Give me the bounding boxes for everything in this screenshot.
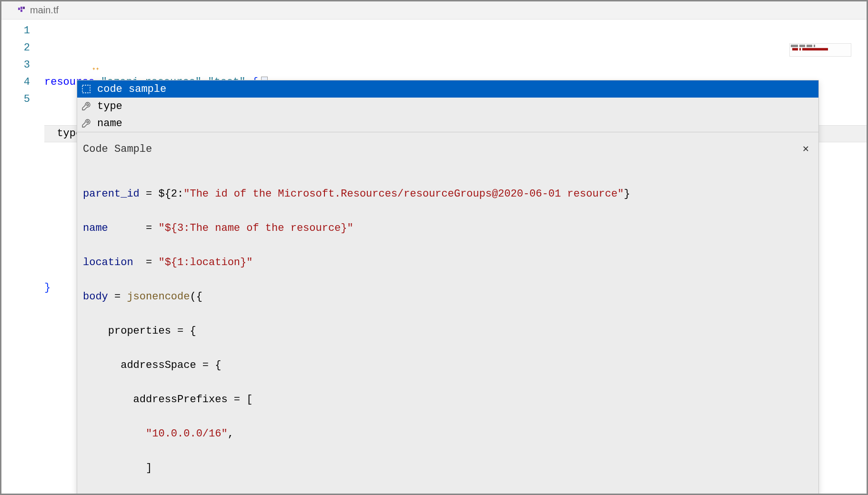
autocomplete-item-type[interactable]: type: [77, 98, 818, 115]
svg-rect-2: [20, 10, 22, 12]
line-number: 2: [1, 40, 30, 57]
doc-header: Code Sample ✕: [83, 140, 813, 159]
snippet-icon: [80, 83, 92, 95]
autocomplete-item-name[interactable]: name: [77, 115, 818, 132]
property-icon: [80, 117, 92, 129]
line-number: 3: [1, 57, 30, 74]
svg-rect-3: [23, 7, 25, 9]
minimap[interactable]: █████ ████ ████ █ ████ █ ███████████████…: [789, 43, 851, 57]
tab-label[interactable]: main.tf: [30, 5, 59, 16]
documentation-panel: Code Sample ✕ parent_id = ${2:"The id of…: [77, 132, 818, 495]
svg-rect-1: [20, 7, 22, 9]
autocomplete-item-code-sample[interactable]: code sample: [77, 80, 818, 98]
close-icon[interactable]: ✕: [799, 140, 813, 159]
property-icon: [80, 100, 92, 112]
ai-sparkle-icon: ✦✦: [92, 60, 100, 78]
brace-close: }: [44, 279, 50, 297]
line-number: 1: [1, 22, 30, 40]
svg-rect-4: [82, 85, 90, 93]
autocomplete-popup: code sample type name Code Sample ✕ pare…: [77, 80, 819, 495]
autocomplete-item-label: type: [97, 100, 122, 112]
svg-rect-0: [18, 8, 20, 10]
tab-bar: main.tf: [1, 1, 867, 20]
autocomplete-item-label: code sample: [97, 83, 166, 95]
terraform-icon: [18, 6, 26, 15]
line-gutter: 1 2 3 4 5: [1, 22, 44, 331]
doc-title: Code Sample: [83, 141, 152, 158]
line-number: 4: [1, 74, 30, 91]
autocomplete-item-label: name: [97, 118, 122, 129]
doc-body: parent_id = ${2:"The id of the Microsoft…: [83, 168, 813, 495]
line-number: 5: [1, 91, 30, 108]
